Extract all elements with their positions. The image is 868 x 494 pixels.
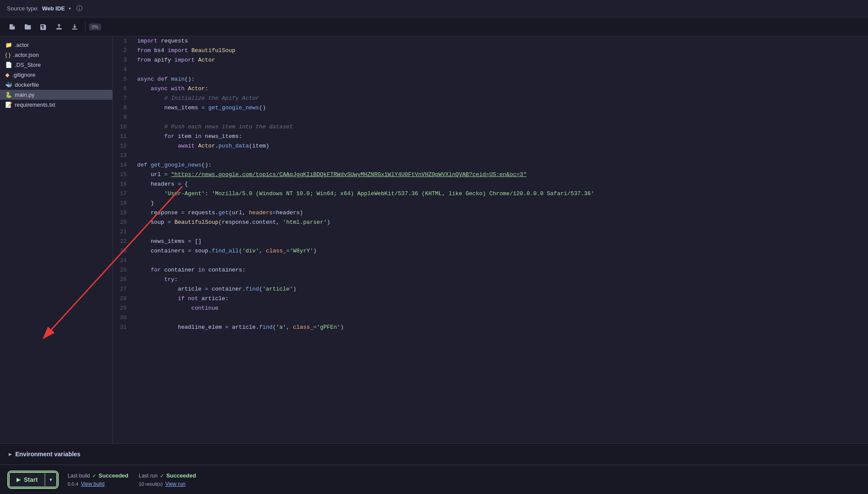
table-row: 17 'User-Agent': 'Mozilla/5.0 (Windows N… <box>113 189 868 199</box>
file-item-actor-json[interactable]: { } .actor.json <box>0 50 112 60</box>
line-number: 23 <box>113 246 134 256</box>
last-build-detail-row: 0.0.4 View build <box>68 481 128 487</box>
line-code: await Actor.push_data(item) <box>134 141 868 151</box>
file-item-actor[interactable]: 📁 .actor <box>0 40 112 50</box>
start-dropdown-button[interactable]: ▾ <box>45 473 56 486</box>
table-row: 14 def get_google_news(): <box>113 160 868 170</box>
line-number: 19 <box>113 208 134 218</box>
view-build-link[interactable]: View build <box>81 481 104 487</box>
info-icon[interactable]: ⓘ <box>76 5 82 13</box>
line-number: 21 <box>113 227 134 237</box>
table-row: 10 # Push each news item into the datase… <box>113 122 868 132</box>
last-build-version: 0.0.4 <box>68 481 78 487</box>
new-folder-button[interactable] <box>21 21 35 33</box>
table-row: 16 headers = { <box>113 180 868 189</box>
line-code: article = container.find('article') <box>134 285 868 294</box>
table-row: 18 } <box>113 199 868 208</box>
line-number: 17 <box>113 189 134 199</box>
file-item-ds-store[interactable]: 📄 .DS_Store <box>0 60 112 70</box>
line-code: containers = soup.find_all('div', class_… <box>134 246 868 256</box>
file-name: dockerfile <box>15 82 39 88</box>
table-row: 27 article = container.find('article') <box>113 285 868 294</box>
line-code: headline_elem = article.find('a', class_… <box>134 323 868 332</box>
table-row: 5 async def main(): <box>113 75 868 84</box>
table-row: 8 news_items = get_google_news() <box>113 103 868 113</box>
line-code: # Initialize the Apify Actor <box>134 94 868 103</box>
save-button[interactable] <box>36 21 50 33</box>
table-row: 7 # Initialize the Apify Actor <box>113 94 868 103</box>
file-name: requirements.txt <box>15 101 55 108</box>
env-variables-section[interactable]: ▶ Environment variables <box>0 443 868 465</box>
last-run-header-row: Last run ✓ Succeeded <box>139 472 196 479</box>
line-number: 5 <box>113 75 134 84</box>
file-icon: 📄 <box>5 62 12 68</box>
table-row: 24 <box>113 256 868 265</box>
line-number: 7 <box>113 94 134 103</box>
line-number: 11 <box>113 132 134 141</box>
line-code <box>134 227 868 237</box>
chevron-right-icon: ▶ <box>9 451 12 458</box>
line-code <box>134 151 868 160</box>
chevron-down-icon: ▾ <box>49 477 52 483</box>
table-row: 30 <box>113 313 868 323</box>
download-button[interactable] <box>68 21 82 33</box>
new-file-button[interactable] <box>5 21 19 33</box>
toolbar-separator <box>85 22 85 32</box>
table-row: 23 containers = soup.find_all('div', cla… <box>113 246 868 256</box>
table-row: 1 import requests <box>113 36 868 46</box>
source-type-value: Web IDE <box>42 5 65 12</box>
line-code: news_items = get_google_news() <box>134 103 868 113</box>
start-button-group[interactable]: ▶ Start ▾ <box>9 472 57 487</box>
line-number: 16 <box>113 180 134 189</box>
last-build-succeeded-badge: Succeeded <box>99 472 128 479</box>
line-number: 1 <box>113 36 134 46</box>
file-item-dockerfile[interactable]: 🐳 dockerfile <box>0 80 112 90</box>
last-build-label: Last build <box>68 473 90 479</box>
line-code <box>134 113 868 122</box>
file-item-gitignore[interactable]: ◆ .gitignore <box>0 70 112 80</box>
start-button[interactable]: ▶ Start <box>10 473 45 487</box>
table-row: 21 <box>113 227 868 237</box>
file-item-main-py[interactable]: 🐍 main.py <box>0 90 112 100</box>
line-code: for container in containers: <box>134 265 868 275</box>
file-name: .actor.json <box>13 52 39 58</box>
last-build-header-row: Last build ✓ Succeeded <box>68 472 128 479</box>
line-code: } <box>134 199 868 208</box>
table-row: 19 response = requests.get(url, headers=… <box>113 208 868 218</box>
line-number: 26 <box>113 275 134 285</box>
last-run-results: 10 result(s) <box>139 481 163 487</box>
file-name: .DS_Store <box>15 62 41 68</box>
code-editor[interactable]: 1 import requests 2 from bs4 import Beau… <box>113 36 868 443</box>
upload-button[interactable] <box>52 21 66 33</box>
line-number: 29 <box>113 304 134 313</box>
source-type-label: Source type: <box>7 5 39 12</box>
line-number: 13 <box>113 151 134 160</box>
last-run-detail-row: 10 result(s) View run <box>139 481 196 487</box>
line-number: 20 <box>113 218 134 227</box>
txt-icon: 📝 <box>5 101 12 108</box>
chevron-down-icon[interactable]: ▾ <box>69 6 72 11</box>
docker-icon: 🐳 <box>5 82 12 88</box>
line-number: 3 <box>113 56 134 65</box>
py-icon: 🐍 <box>5 92 12 98</box>
last-run-status-block: Last run ✓ Succeeded 10 result(s) View r… <box>139 472 196 487</box>
line-code: async with Actor: <box>134 84 868 94</box>
table-row: 13 <box>113 151 868 160</box>
check-icon: ✓ <box>160 472 164 479</box>
table-row: 31 headline_elem = article.find('a', cla… <box>113 323 868 332</box>
file-name: .actor <box>15 42 29 48</box>
file-name: main.py <box>15 92 35 98</box>
line-number: 12 <box>113 141 134 151</box>
start-label: Start <box>24 476 38 483</box>
bottom-bar: ▶ Start ▾ Last build ✓ Succeeded 0.0.4 V… <box>0 465 868 494</box>
line-code: headers = { <box>134 180 868 189</box>
table-row: 15 url = "https://news.google.com/topics… <box>113 170 868 180</box>
file-name: .gitignore <box>12 72 35 78</box>
line-number: 30 <box>113 313 134 323</box>
file-item-requirements[interactable]: 📝 requirements.txt <box>0 100 112 110</box>
line-number: 2 <box>113 46 134 56</box>
line-number: 22 <box>113 237 134 246</box>
view-run-link[interactable]: View run <box>165 481 185 487</box>
last-run-succeeded-badge: Succeeded <box>166 472 196 479</box>
table-row: 3 from apify import Actor <box>113 56 868 65</box>
